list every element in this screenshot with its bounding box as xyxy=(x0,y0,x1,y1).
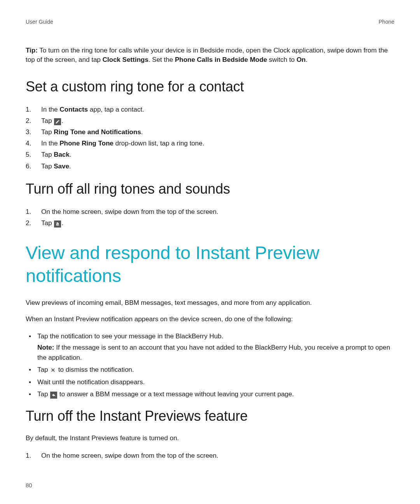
step-text: . xyxy=(141,128,143,136)
step-text: drop-down list, tap a ring tone. xyxy=(114,140,204,147)
step-text: Tap xyxy=(41,151,54,158)
bullet-text: Tap xyxy=(37,390,50,398)
tip-label: Tip: xyxy=(26,47,38,54)
notifications-off-icon xyxy=(54,220,61,228)
list-item: Tap the notification to see your message… xyxy=(26,331,394,363)
section-heading-custom-ring-tone: Set a custom ring tone for a contact xyxy=(26,79,394,95)
section3-paragraph: By default, the Instant Previews feature… xyxy=(26,434,394,443)
tip-text-2: . Set the xyxy=(149,56,175,63)
step-item: Tap Save. xyxy=(26,161,394,172)
step-text: In the xyxy=(41,140,60,147)
note-text: If the message is sent to an account tha… xyxy=(37,344,390,361)
list-item: Tap ✕ to dismiss the notification. xyxy=(26,365,394,375)
bullets-instant-preview: Tap the notification to see your message… xyxy=(26,331,394,399)
step-item: On the home screen, swipe down from the … xyxy=(26,450,394,461)
chapter-heading-instant-preview: View and respond to Instant Preview noti… xyxy=(26,242,394,287)
close-icon: ✕ xyxy=(51,366,56,375)
step-text: Tap xyxy=(41,128,54,136)
step-text: . xyxy=(69,163,71,170)
step-text: Tap xyxy=(41,219,54,227)
step-text: . xyxy=(61,219,63,227)
tip-paragraph: Tip: To turn on the ring tone for calls … xyxy=(26,46,394,65)
step-bold: Phone Ring Tone xyxy=(60,140,114,147)
header-left: User Guide xyxy=(26,19,53,25)
list-item: Wait until the notification disappears. xyxy=(26,377,394,387)
step-text: Tap xyxy=(41,163,54,170)
step-bold: Contacts xyxy=(60,106,88,113)
list-item: Tap to answer a BBM message or a text me… xyxy=(26,389,394,399)
step-text: app, tap a contact. xyxy=(88,106,144,113)
step-item: In the Phone Ring Tone drop-down list, t… xyxy=(26,138,394,149)
step-item: Tap Ring Tone and Notifications. xyxy=(26,127,394,137)
bullet-text: Tap the notification to see your message… xyxy=(37,332,223,340)
section-heading-turn-off-instant-previews: Turn off the Instant Previews feature xyxy=(26,408,394,424)
step-item: In the Contacts app, tap a contact. xyxy=(26,104,394,115)
step-text: . xyxy=(70,151,72,158)
tip-bold-3: On xyxy=(296,56,306,63)
tip-bold-2: Phone Calls in Bedside Mode xyxy=(175,56,267,63)
step-text: . xyxy=(61,117,63,124)
steps-turn-off-instant-previews: On the home screen, swipe down from the … xyxy=(26,450,394,461)
step-item: Tap Back. xyxy=(26,149,394,160)
step-text: In the xyxy=(41,106,60,113)
step-bold: Save xyxy=(54,163,69,170)
steps-custom-ring-tone: In the Contacts app, tap a contact. Tap … xyxy=(26,104,394,172)
chapter-paragraph-1: View previews of incoming email, BBM mes… xyxy=(26,298,394,308)
header-right: Phone xyxy=(379,19,394,25)
note-line: Note: If the message is sent to an accou… xyxy=(37,343,394,362)
tip-text-3: switch to xyxy=(267,56,297,63)
page-header: User Guide Phone xyxy=(26,19,394,25)
bullet-text: to dismiss the notification. xyxy=(56,366,134,373)
step-text: Tap xyxy=(41,117,54,124)
step-item: Tap . xyxy=(26,218,394,228)
chapter-paragraph-2: When an Instant Preview notification app… xyxy=(26,315,394,324)
tip-text-4: . xyxy=(306,56,308,63)
bullet-text: Tap xyxy=(37,366,50,373)
step-bold: Ring Tone and Notifications xyxy=(54,128,141,136)
note-label: Note: xyxy=(37,344,54,351)
step-item: On the home screen, swipe down from the … xyxy=(26,206,394,217)
steps-turn-off-sounds: On the home screen, swipe down from the … xyxy=(26,206,394,228)
edit-icon xyxy=(54,118,61,125)
step-item: Tap . xyxy=(26,116,394,126)
bullet-text: to answer a BBM message or a text messag… xyxy=(58,390,294,398)
reply-arrow-icon xyxy=(50,392,57,399)
section-heading-turn-off-sounds: Turn off all ring tones and sounds xyxy=(26,181,394,197)
tip-bold-1: Clock Settings xyxy=(103,56,149,63)
step-bold: Back xyxy=(54,151,70,158)
page-number: 80 xyxy=(26,482,32,488)
